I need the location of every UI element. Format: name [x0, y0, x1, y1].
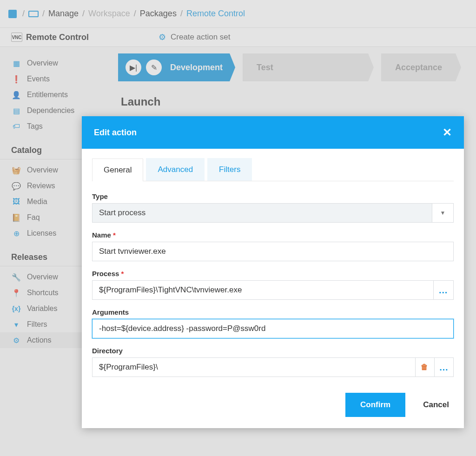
chevron-down-icon[interactable]: ▼ — [432, 203, 454, 223]
confirm-button[interactable]: Confirm — [345, 393, 405, 417]
clear-directory-button[interactable]: 🗑 — [416, 357, 435, 377]
name-label: Name * — [92, 231, 454, 239]
modal-title: Edit action — [94, 128, 137, 138]
name-input[interactable] — [92, 242, 454, 261]
type-label: Type — [92, 192, 454, 200]
modal-footer: Confirm Cancel — [92, 385, 454, 417]
modal-header: Edit action ✕ — [82, 116, 464, 149]
process-label: Process * — [92, 270, 454, 278]
tab-general[interactable]: General — [92, 159, 143, 181]
close-icon[interactable]: ✕ — [443, 126, 452, 139]
arguments-label: Arguments — [92, 308, 454, 316]
edit-action-modal: Edit action ✕ General Advanced Filters T… — [82, 116, 464, 428]
arguments-input[interactable] — [92, 319, 454, 338]
modal-tabs: General Advanced Filters — [92, 158, 454, 181]
directory-input[interactable] — [92, 357, 416, 377]
cancel-button[interactable]: Cancel — [418, 393, 454, 417]
type-select[interactable]: Start process — [92, 203, 432, 223]
directory-label: Directory — [92, 347, 454, 355]
tab-filters[interactable]: Filters — [207, 158, 252, 181]
browse-process-button[interactable]: … — [434, 280, 454, 300]
process-input[interactable] — [92, 280, 434, 300]
browse-directory-button[interactable]: … — [435, 357, 454, 377]
tab-advanced[interactable]: Advanced — [146, 158, 205, 181]
